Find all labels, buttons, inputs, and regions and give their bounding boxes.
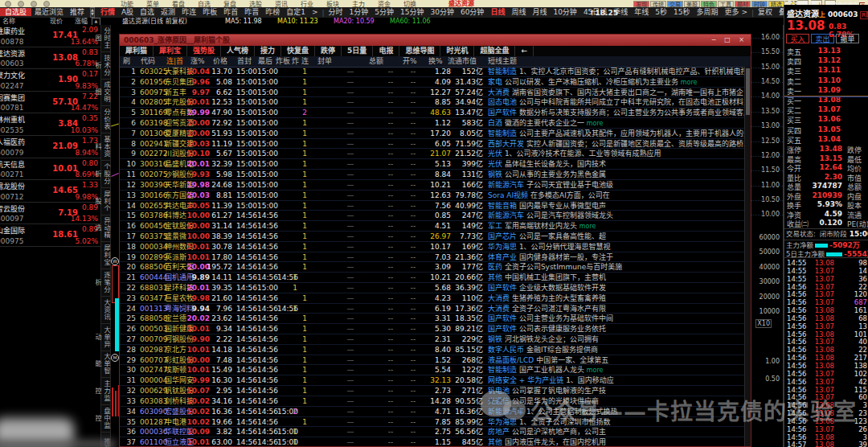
table-column-header[interactable]: 封单 [317,56,332,67]
side-tab[interactable]: 大单智能 [101,351,111,379]
market-tab[interactable]: 行情 [97,8,118,16]
theme-tag[interactable]: 华为海思 [488,243,517,251]
table-column-header[interactable]: 首封 [237,56,252,67]
menu-item[interactable]: 看盘 [172,1,185,7]
period-tab[interactable]: 15分钟 [397,8,427,16]
watchlist-item[interactable]: 林州重机 002535 3.84 0.35 10.03% [0,113,100,136]
table-row[interactable]: 9 002272 川润股份 10.10 5.67 15:00 15:00 1 —… [120,149,746,159]
table-row[interactable]: 30 002747 埃斯顿 10.01 15.49 14:56 14:56 1 … [120,365,746,375]
quick-button[interactable]: 题材 [735,1,751,7]
table-column-header[interactable]: 炸板 [276,56,290,67]
table-column-header[interactable]: 最后 [258,56,272,67]
table-row[interactable]: 1 603025 大豪科技 10.04 13.70 15:00 15:00 1 … [120,67,746,77]
menu-item[interactable]: 自选 [198,1,211,7]
table-column-header[interactable]: 涨% [190,56,205,67]
watchlist-item[interactable]: 山金国际 000975 18.61 0.89 5.02% [0,224,100,247]
theme-tag[interactable]: 固态电池 [488,98,517,106]
more-link[interactable]: more [681,79,698,86]
popup-tab[interactable]: 接力 [255,46,281,56]
table-row[interactable]: 25 688058 宝兰德 20.02 23.62 14:56 14:56 1 … [120,314,746,324]
watchlist-item[interactable]: 维康药业 300878 17.41 2.09 13.64% [0,25,100,47]
period-tab[interactable]: 周线 [508,8,529,16]
theme-tag[interactable]: 钒电池 [488,387,510,395]
menu-item[interactable]: 主力 [352,1,365,7]
menu-item[interactable]: 功能 [121,1,133,7]
table-row[interactable]: 5 301169 零点有数 19.99 47.90 15:00 15:00 2 … [120,108,746,118]
table-column-header[interactable]: 价格 [213,56,227,67]
quick-button[interactable]: 工具 [718,1,734,7]
cancel-order-button[interactable]: 撤单 [836,34,859,43]
popup-tab[interactable]: 强势股 [187,46,221,56]
table-row[interactable]: 20 688506 百利天恒 20.00 195.72 14:56 14:56 … [120,262,746,273]
theme-tag[interactable]: 新能源汽车 [488,211,524,219]
period-tab[interactable]: 日线 [487,8,508,16]
theme-tag[interactable]: 大消费 [488,305,510,313]
theme-tag[interactable]: 液晶面板/LCD [488,356,534,364]
quick-button[interactable]: 时钟 [751,1,768,7]
table-row[interactable]: 29 600707 彩虹股份 10.00 7.48 14:56 14:56 1 … [120,355,746,366]
market-tab[interactable]: 昨榜 [262,8,283,16]
market-tab[interactable]: 昨晋 [241,8,262,16]
chart-tool-button[interactable]: 复权 [755,8,776,16]
theme-tag[interactable]: 国产软件 [488,325,517,333]
side-tab[interactable]: 大单异动 [101,324,111,351]
menu-item[interactable]: 切换 [403,1,416,7]
theme-tag[interactable]: 军工 [488,222,502,230]
market-tab[interactable]: 昨连 [178,8,199,16]
side-tab[interactable]: 犀利个股 [101,188,111,215]
period-tab[interactable]: 30分钟 [427,8,457,16]
more-link[interactable]: more [587,120,604,127]
table-row[interactable]: 16 600456 宝钛股份 10.00 31.14 14:56 14:56 1… [120,221,746,232]
table-column-header[interactable]: 刷 [123,56,130,67]
table-row[interactable]: 35 001287 中电港 10.02 19.66 14:56 14:56 1 … [120,417,746,428]
theme-tag[interactable]: 体育产业 [488,253,517,261]
menu-item[interactable]: 菜单 [146,1,159,7]
menu-item[interactable]: 资金 [378,1,391,7]
theme-tag[interactable]: 其他 [488,273,502,281]
period-tab[interactable]: 年线 [631,8,652,16]
watchlist-item[interactable]: 人福医药 600079 21.09 1.73 8.94% [0,136,100,158]
theme-tag[interactable]: 其他 [488,438,502,446]
theme-tag[interactable]: 数字人民币 [488,346,524,354]
col-header-name[interactable]: 名称 [2,18,15,25]
table-row[interactable]: 11 002075 沙钢股份 9.93 5.98 15:00 15:00 1 —… [120,170,746,180]
table-column-header[interactable]: 短线主题 [488,56,517,67]
side-tab[interactable]: 分时主图 [101,25,111,52]
popup-tab[interactable]: 快复盘 [281,46,315,56]
watchlist-item[interactable]: 航天信息 600271 10.01 0.80 8.69% [0,158,100,181]
market-tab[interactable]: 昨首 [220,8,241,16]
quick-button[interactable]: 特色 [701,1,717,7]
scrollbar-thumb[interactable] [746,68,750,115]
theme-tag[interactable]: 西部大开发 [488,140,524,148]
watchlist-item[interactable]: 锦龙股份 000712 14.65 1.33 9.98% [0,180,100,203]
table-row[interactable]: 10 300316 晶盛机电 20.01 32.39 15:00 15:00 1… [120,159,746,170]
tick-list[interactable]: 14:55 13.08 98 14:55 13.07 14 14:55 13.0… [784,259,868,447]
theme-tag[interactable]: 智能制造 [488,366,517,374]
side-tab[interactable]: 成交明细 [101,80,111,107]
theme-tag[interactable]: 智能音箱 [488,202,517,210]
menu-item[interactable]: 选股 [249,1,262,7]
table-row[interactable]: 37 601100 恒立液压 10.01 63.00 14:56 14:56 1… [120,437,746,446]
popup-tab[interactable]: 跌停 [315,46,342,56]
theme-tag[interactable]: 国产软件 [488,314,517,322]
table-row[interactable]: 31 000004 国华网安 9.99 16.30 14:56 14:56 1 … [120,375,746,386]
popup-tab[interactable]: ← [515,46,534,56]
col-header-price[interactable]: 现价 [50,18,63,25]
quick-button[interactable]: 发现 [633,1,649,7]
period-tab[interactable]: 10分钟 [550,8,579,16]
side-tab[interactable]: 逐笔分析 [101,269,111,297]
watchlist-item[interactable]: 因赛集团 300781 57.10 7.22 14.47% [0,92,100,114]
buy-button[interactable]: 买入 [786,34,809,43]
period-tab[interactable]: 分时 [326,8,346,16]
popup-tab[interactable]: 犀利宝 [154,46,187,56]
quick-button[interactable]: 传统 [650,1,666,7]
theme-tag[interactable]: 光伏 [488,150,502,158]
table-column-header[interactable]: 总额 [369,56,383,67]
theme-tag[interactable]: 智能制造 [488,68,517,76]
table-row[interactable]: 22 688031 星环科技 20.01 39.35 14:56 15:00 1… [120,283,746,293]
table-row[interactable]: 28 002987 京北方 10.01 14.18 14:56 14:56 1 … [120,345,746,355]
table-row[interactable]: 19 002899 英派斯 10.01 17.80 14:56 14:56 1 … [120,252,746,263]
watchlist-tab[interactable]: 推荐 [67,8,88,16]
table-column-header[interactable]: 连 [301,56,309,67]
popup-tab[interactable]: 超脑全盘 [474,46,515,56]
